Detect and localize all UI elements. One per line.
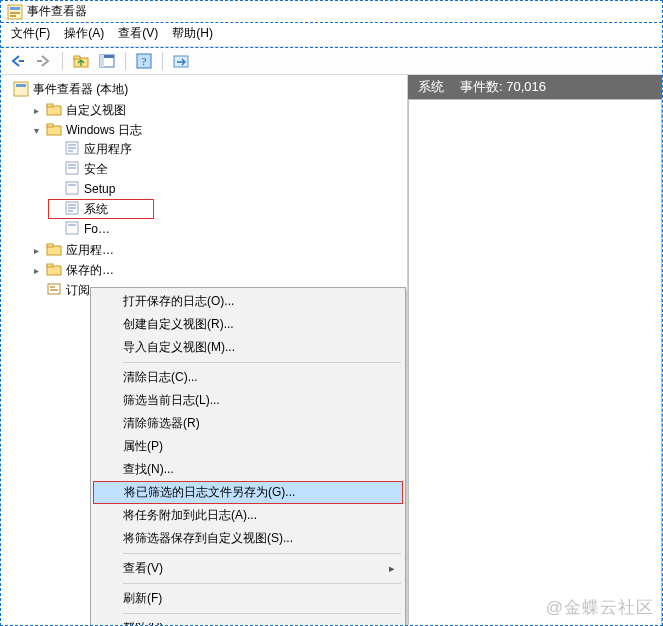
svg-rect-33 <box>66 222 78 234</box>
svg-rect-31 <box>68 207 76 209</box>
tree-node-label: Setup <box>84 182 115 196</box>
tree-node-label: 自定义视图 <box>66 102 126 119</box>
toolbar-export-button[interactable] <box>170 51 192 71</box>
svg-rect-32 <box>68 210 73 212</box>
svg-rect-34 <box>68 224 76 226</box>
toolbar-properties-button[interactable] <box>96 51 118 71</box>
folder-icon <box>46 242 62 258</box>
ctx-attach-task[interactable]: 将任务附加到此日志(A)... <box>93 504 403 527</box>
ctx-separator <box>123 553 401 554</box>
tree-root-label: 事件查看器 (本地) <box>33 81 128 98</box>
svg-rect-28 <box>68 184 76 186</box>
tree-expand-icon[interactable]: ▸ <box>31 105 42 116</box>
log-icon <box>64 141 80 157</box>
tree-node-security[interactable]: 安全 <box>49 160 108 178</box>
tree-custom-views[interactable]: ▸ 自定义视图 <box>31 101 126 119</box>
toolbar-back-button[interactable] <box>7 51 29 71</box>
ctx-import-custom-view[interactable]: 导入自定义视图(M)... <box>93 336 403 359</box>
svg-rect-23 <box>68 150 73 152</box>
tree-node-label: Windows 日志 <box>66 122 142 139</box>
window-title: 事件查看器 <box>27 3 87 20</box>
ctx-clear-filter[interactable]: 清除筛选器(R) <box>93 412 403 435</box>
log-icon <box>64 201 80 217</box>
svg-rect-7 <box>74 56 80 59</box>
ctx-filter-log[interactable]: 筛选当前日志(L)... <box>93 389 403 412</box>
app-icon <box>7 4 23 20</box>
svg-rect-40 <box>50 286 55 288</box>
details-events-value: 70,016 <box>506 79 546 94</box>
tree-node-application[interactable]: 应用程序 <box>49 140 132 158</box>
tree-expand-icon[interactable]: ▸ <box>31 245 42 256</box>
ctx-view-submenu[interactable]: 查看(V) <box>93 557 403 580</box>
details-body <box>408 99 662 626</box>
ctx-help-submenu[interactable]: 帮助(H) <box>93 617 403 626</box>
tree-node-label: 应用程… <box>66 242 114 259</box>
tree-root[interactable]: 事件查看器 (本地) <box>13 80 128 98</box>
menu-file[interactable]: 文件(F) <box>11 25 50 42</box>
folder-icon <box>46 102 62 118</box>
toolbar-separator <box>62 52 63 70</box>
svg-rect-5 <box>37 60 42 62</box>
svg-rect-17 <box>47 104 53 107</box>
menu-action[interactable]: 操作(A) <box>64 25 104 42</box>
menu-help[interactable]: 帮助(H) <box>172 25 213 42</box>
event-viewer-icon <box>13 81 29 97</box>
ctx-save-filter-to-view[interactable]: 将筛选器保存到自定义视图(S)... <box>93 527 403 550</box>
svg-rect-10 <box>100 55 104 67</box>
details-header-title: 系统 <box>418 78 444 96</box>
toolbar-forward-button[interactable] <box>33 51 55 71</box>
subscriptions-icon <box>46 282 62 298</box>
folder-icon <box>46 262 62 278</box>
ctx-properties[interactable]: 属性(P) <box>93 435 403 458</box>
log-icon <box>64 161 80 177</box>
svg-rect-21 <box>68 144 76 146</box>
svg-text:?: ? <box>142 55 147 67</box>
svg-rect-3 <box>10 15 16 17</box>
tree-node-system[interactable]: 系统 <box>49 200 153 218</box>
ctx-clear-log[interactable]: 清除日志(C)... <box>93 366 403 389</box>
navigation-tree-pane: 事件查看器 (本地) ▸ 自定义视图 ▾ <box>1 75 408 626</box>
svg-rect-25 <box>68 164 76 166</box>
ctx-save-filtered[interactable]: 将已筛选的日志文件另存为(G)... <box>93 481 403 504</box>
tree-saved-logs[interactable]: ▸ 保存的… <box>31 261 114 279</box>
svg-rect-26 <box>68 167 76 169</box>
svg-rect-22 <box>68 147 76 149</box>
svg-rect-15 <box>16 84 26 87</box>
toolbar-folder-up-button[interactable] <box>70 51 92 71</box>
tree-node-label: 安全 <box>84 161 108 178</box>
toolbar-help-button[interactable]: ? <box>133 51 155 71</box>
svg-rect-38 <box>47 264 53 267</box>
log-icon <box>64 221 80 237</box>
svg-rect-4 <box>19 60 24 62</box>
folder-icon <box>46 122 62 138</box>
ctx-create-custom-view[interactable]: 创建自定义视图(R)... <box>93 313 403 336</box>
menu-view[interactable]: 查看(V) <box>118 25 158 42</box>
menubar: 文件(F) 操作(A) 查看(V) 帮助(H) <box>1 23 662 47</box>
ctx-separator <box>123 362 401 363</box>
tree-subscriptions[interactable]: 订阅 <box>31 281 90 299</box>
details-pane: 系统 事件数: 70,016 <box>408 75 662 626</box>
svg-rect-2 <box>10 12 20 14</box>
tree-windows-logs[interactable]: ▾ Windows 日志 <box>31 121 142 139</box>
tree-collapse-icon[interactable]: ▾ <box>31 125 42 136</box>
tree-node-label: 保存的… <box>66 262 114 279</box>
svg-rect-30 <box>68 204 76 206</box>
tree-node-forwarded[interactable]: Fo… <box>49 220 110 238</box>
tree-node-label: Fo… <box>84 222 110 236</box>
svg-rect-41 <box>50 289 58 291</box>
tree-node-setup[interactable]: Setup <box>49 180 115 198</box>
toolbar-separator <box>125 52 126 70</box>
details-events-label: 事件数: <box>460 79 503 94</box>
ctx-open-saved-log[interactable]: 打开保存的日志(O)... <box>93 290 403 313</box>
toolbar-separator <box>162 52 163 70</box>
tree-node-label: 应用程序 <box>84 141 132 158</box>
svg-rect-1 <box>10 7 20 10</box>
tree-node-label: 订阅 <box>66 282 90 299</box>
ctx-find[interactable]: 查找(N)... <box>93 458 403 481</box>
tree-expand-icon[interactable]: ▸ <box>31 265 42 276</box>
tree-app-service-logs[interactable]: ▸ 应用程… <box>31 241 114 259</box>
svg-rect-19 <box>47 124 53 127</box>
details-events-count: 事件数: 70,016 <box>460 78 546 96</box>
ctx-refresh[interactable]: 刷新(F) <box>93 587 403 610</box>
context-menu: 打开保存的日志(O)... 创建自定义视图(R)... 导入自定义视图(M)..… <box>90 287 406 626</box>
